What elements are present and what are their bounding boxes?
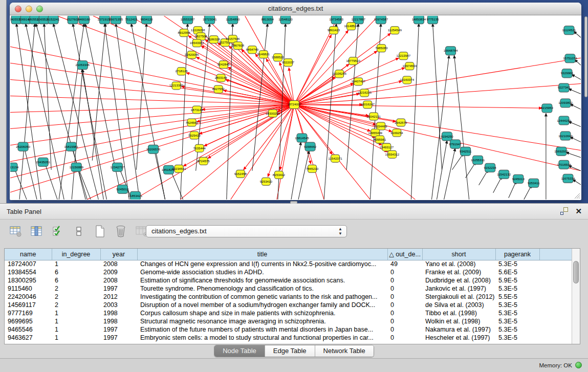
splitter-handle[interactable] [290,201,297,204]
node-table-grid[interactable]: namein_degreeyeartitle△ out_de...shortpa… [5,249,572,342]
table-cell[interactable]: de Silva et al. (2003) [422,301,495,309]
table-cell[interactable]: 5.3E-5 [495,309,539,317]
table-cell[interactable]: Tibbo et al. (1998) [422,309,495,317]
table-cell[interactable]: 0 [387,317,422,325]
table-cell[interactable]: 9115460 [5,285,52,293]
table-cell[interactable]: Hescheler et al. (1997) [422,334,495,342]
table-row[interactable]: 1872400712008Changes of HCN gene express… [5,260,572,268]
table-cell[interactable]: Structural magnetic resonance image aver… [137,317,387,325]
table-cell[interactable]: 6 [52,276,100,285]
table-cell[interactable]: Yano et al. (2008) [422,260,495,268]
table-cell[interactable]: Disruption of a novel member of a sodium… [137,301,387,309]
table-cell[interactable]: 0 [387,301,422,309]
table-cell[interactable]: 0 [387,334,422,342]
table-cell[interactable]: Changes of HCN gene expression and I(f) … [137,260,387,268]
scrollbar-thumb[interactable] [573,261,579,283]
column-header[interactable]: △ out_de... [387,249,422,260]
table-cell[interactable]: Dudbridge et al. (2008) [422,276,495,285]
table-cell[interactable]: 9777169 [5,309,52,317]
table-cell[interactable]: 6 [52,268,100,276]
table-cell[interactable]: 18300295 [5,276,52,285]
table-cell[interactable]: 49 [387,260,422,268]
table-cell[interactable]: 18724007 [5,260,52,268]
resize-grip-icon[interactable] [574,193,580,199]
table-cell[interactable]: 2008 [100,260,137,268]
table-cell[interactable]: 1 [52,317,100,325]
table-cell[interactable]: 0 [387,285,422,293]
new-table-icon[interactable] [93,225,106,238]
column-header[interactable]: year [100,249,137,260]
table-row[interactable]: 1830029562008Estimation of significance … [5,276,572,285]
table-row[interactable]: 911546021997Tourette syndrome. Phenomeno… [5,285,572,293]
table-cell[interactable]: 5.3E-5 [495,325,539,334]
table-row[interactable]: 946362711997Embryonic stem cells: a mode… [5,334,572,342]
table-cell[interactable]: Investigating the contribution of common… [137,293,387,301]
column-header[interactable]: title [137,249,387,260]
table-cell[interactable]: Nakamura et al. (1997) [422,325,495,334]
table-cell[interactable]: 1998 [100,309,137,317]
table-cell[interactable]: 0 [387,276,422,285]
table-cell[interactable]: 0 [387,325,422,334]
show-columns-icon[interactable] [30,225,43,238]
table-cell[interactable]: 9463627 [5,334,52,342]
table-cell[interactable]: 22420046 [5,293,52,301]
table-cell[interactable]: 2009 [100,268,137,276]
table-cell[interactable]: 2 [52,285,100,293]
column-header[interactable]: short [422,249,495,260]
table-cell[interactable]: 1 [52,309,100,317]
table-settings-icon[interactable] [9,225,23,238]
table-cell[interactable]: Jankovic et al. (1997) [422,285,495,293]
table-cell[interactable]: 1 [52,325,100,334]
table-cell[interactable]: 14569117 [5,301,52,309]
table-cell[interactable]: 5.3E-5 [495,260,539,268]
table-row[interactable]: 977716911998Corpus callosum shape and si… [5,309,572,317]
table-row[interactable]: 969969511998Structural magnetic resonanc… [5,317,572,325]
table-cell[interactable]: 2 [52,293,100,301]
table-cell[interactable]: 5.5E-5 [495,293,539,301]
table-cell[interactable]: 5.3E-5 [495,301,539,309]
row-height-icon[interactable] [72,225,85,238]
table-cell[interactable]: 9699695 [5,317,52,325]
table-cell[interactable]: Tourette syndrome. Phenomenology and cla… [137,285,387,293]
table-cell[interactable]: 0 [387,309,422,317]
table-cell[interactable]: 2 [52,301,100,309]
table-cell[interactable]: Corpus callosum shape and size in male p… [137,309,387,317]
table-cell[interactable]: 5.3E-5 [495,285,539,293]
table-cell[interactable]: 2008 [100,276,137,285]
table-cell[interactable]: 5.6E-5 [495,268,539,276]
table-cell[interactable]: 1997 [100,334,137,342]
table-cell[interactable]: 19384554 [5,268,52,276]
table-cell[interactable]: Estimation of the future numbers of pati… [137,325,387,334]
table-select[interactable]: citations_edges.txt ▲▼ [146,225,347,237]
table-cell[interactable]: 5.9E-5 [495,276,539,285]
table-cell[interactable]: 1998 [100,317,137,325]
table-cell[interactable]: Franke et al. (2009) [422,268,495,276]
network-window-titlebar[interactable]: citations_edges.txt [10,3,581,15]
network-canvas[interactable]: 2405572420691406180552171065528791522411… [10,16,581,200]
table-cell[interactable]: Genome-wide association studies in ADHD. [137,268,387,276]
table-cell[interactable]: 1 [52,334,100,342]
delete-table-icon[interactable] [114,225,127,238]
table-cell[interactable]: 1997 [100,325,137,334]
table-cell[interactable]: 5.3E-5 [495,334,539,342]
table-cell[interactable]: 2012 [100,293,137,301]
column-header[interactable]: pagerank [495,249,539,260]
tab-network-table[interactable]: Network Table [315,345,374,357]
table-cell[interactable]: 9465546 [5,325,52,334]
select-columns-icon[interactable] [51,225,64,238]
table-cell[interactable]: 0 [387,293,422,301]
table-row[interactable]: 1938455462009Genome-wide association stu… [5,268,572,276]
column-header[interactable]: name [5,249,52,260]
table-vertical-scrollbar[interactable] [572,249,580,344]
tab-node-table[interactable]: Node Table [214,345,265,357]
column-header[interactable]: in_degree [52,249,100,260]
table-cell[interactable]: 5.3E-5 [495,317,539,325]
desktop-scroll-handle[interactable] [584,16,587,97]
table-cell[interactable]: Stergiakouli et al. (2012) [422,293,495,301]
table-row[interactable]: 2242004622012Investigating the contribut… [5,293,572,301]
table-cell[interactable]: Wolkin et al. (1998) [422,317,495,325]
table-cell[interactable]: 2003 [100,301,137,309]
table-row[interactable]: 946554611997Estimation of the future num… [5,325,572,334]
table-cell[interactable]: 1997 [100,285,137,293]
table-cell[interactable]: Embryonic stem cells: a model to study s… [137,334,387,342]
